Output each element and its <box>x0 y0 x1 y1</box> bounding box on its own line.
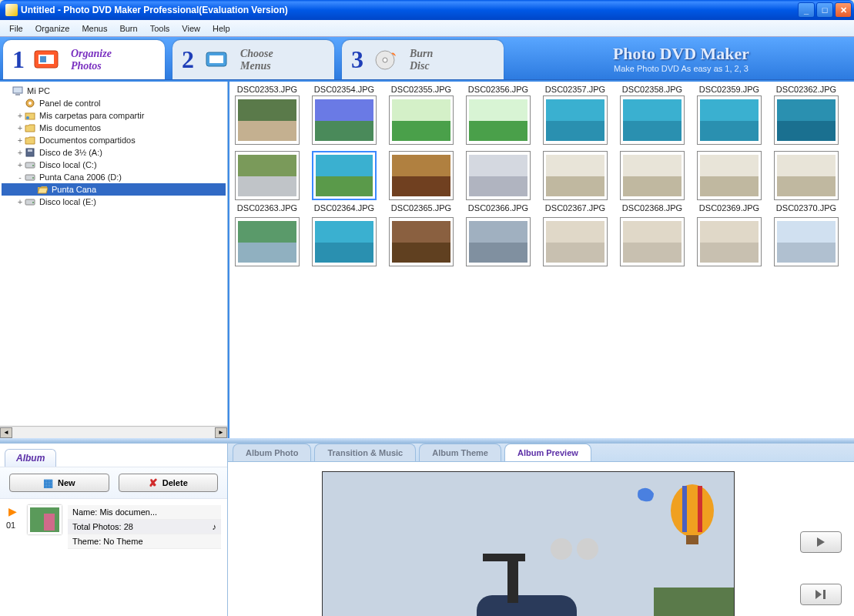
thumbnail[interactable]: DSC02359.JPG <box>693 85 765 148</box>
thumbnail[interactable] <box>770 217 842 270</box>
thumbnail-filename: DSC02357.JPG <box>545 85 605 94</box>
tree-toggle-icon[interactable]: + <box>15 136 25 145</box>
thumbnail-frame[interactable] <box>466 217 531 266</box>
thumbnail-frame[interactable] <box>235 217 300 266</box>
thumbnail[interactable]: DSC02363.JPG <box>231 151 303 214</box>
thumbnail-frame[interactable] <box>774 151 839 200</box>
tab-album-photo[interactable]: Album Photo <box>233 444 311 461</box>
thumbnail[interactable] <box>693 217 765 270</box>
thumbnail-frame[interactable] <box>620 151 685 200</box>
close-button[interactable]: ✕ <box>835 2 852 18</box>
thumbnail[interactable]: DSC02364.JPG <box>308 151 380 214</box>
tab-album-theme[interactable]: Album Theme <box>419 444 501 461</box>
thumbnail[interactable]: DSC02353.JPG <box>231 85 303 148</box>
svg-rect-18 <box>238 121 296 141</box>
thumbnails-pane[interactable]: DSC02353.JPGDSC02354.JPGDSC02355.JPGDSC0… <box>228 82 854 438</box>
scroll-left-icon[interactable]: ◄ <box>0 427 12 438</box>
thumbnail[interactable]: DSC02358.JPG <box>616 85 688 148</box>
menu-help[interactable]: Help <box>206 22 236 35</box>
tree-toggle-icon[interactable]: + <box>15 124 25 132</box>
thumbnail-frame[interactable] <box>620 217 685 266</box>
thumbnail[interactable] <box>616 217 688 270</box>
thumbnail-frame[interactable] <box>312 95 377 145</box>
thumbnail-frame[interactable] <box>543 95 608 145</box>
tree-toggle-icon[interactable]: - <box>15 173 25 182</box>
thumbnail[interactable]: DSC02355.JPG <box>385 85 457 148</box>
minimize-button[interactable]: _ <box>798 2 815 18</box>
thumbnail-frame[interactable] <box>235 95 300 145</box>
thumbnail[interactable]: DSC02357.JPG <box>539 85 611 148</box>
tree-toggle-icon[interactable]: + <box>15 161 25 169</box>
thumbnail[interactable]: DSC02369.JPG <box>693 151 765 214</box>
thumbnail-frame[interactable] <box>774 217 839 266</box>
thumbnail-frame[interactable] <box>543 151 608 200</box>
album-item[interactable]: ▶ 01 Name: Mis documen... Total Photos: … <box>6 505 221 549</box>
thumbnail[interactable]: DSC02354.JPG <box>308 85 380 148</box>
maximize-button[interactable]: □ <box>816 2 833 18</box>
thumbnail[interactable]: DSC02367.JPG <box>539 151 611 214</box>
thumbnail-frame[interactable] <box>312 151 377 200</box>
svg-rect-84 <box>823 590 826 599</box>
step-button[interactable] <box>800 584 842 605</box>
new-album-button[interactable]: ▦ New <box>9 474 109 492</box>
thumbnail-frame[interactable] <box>389 217 454 266</box>
tree-item[interactable]: +Mis documentos <box>2 122 226 134</box>
tree-item[interactable]: +Mis carpetas para compartir <box>2 109 226 122</box>
thumbnail[interactable]: DSC02365.JPG <box>385 151 457 214</box>
scroll-track[interactable] <box>12 427 215 438</box>
tree-toggle-icon[interactable]: + <box>15 198 25 206</box>
play-button[interactable] <box>800 531 842 553</box>
thumbnail-frame[interactable] <box>389 151 454 200</box>
menu-organize[interactable]: Organize <box>29 22 76 35</box>
thumbnail-frame[interactable] <box>235 151 300 200</box>
tree-item[interactable]: Mi PC <box>2 85 226 97</box>
thumbnail[interactable]: DSC02356.JPG <box>462 85 534 148</box>
thumbnail-frame[interactable] <box>774 95 839 145</box>
thumbnail-frame[interactable] <box>697 151 762 200</box>
menu-tools[interactable]: Tools <box>144 22 176 35</box>
tab-album-preview[interactable]: Album Preview <box>504 444 591 461</box>
folder-tree[interactable]: Mi PCPanel de control+Mis carpetas para … <box>0 82 227 426</box>
thumbnail[interactable]: DSC02370.JPG <box>770 151 842 214</box>
thumbnail[interactable] <box>231 217 303 270</box>
menu-file[interactable]: File <box>3 22 29 35</box>
thumbnail-frame[interactable] <box>466 95 531 145</box>
tree-toggle-icon[interactable]: + <box>15 112 25 120</box>
tree-item[interactable]: +Disco local (E:) <box>2 196 226 208</box>
thumbnail-frame[interactable] <box>543 217 608 266</box>
album-tab[interactable]: Album <box>5 449 56 467</box>
tree-item[interactable]: Punta Cana <box>2 183 226 196</box>
menu-view[interactable]: View <box>176 22 206 35</box>
delete-album-button[interactable]: ✘ Delete <box>119 474 219 492</box>
thumbnail-frame[interactable] <box>312 217 377 266</box>
thumbnail[interactable]: DSC02362.JPG <box>770 85 842 148</box>
thumbnail-frame[interactable] <box>389 95 454 145</box>
thumbnail[interactable]: DSC02368.JPG <box>616 151 688 214</box>
thumbnail-frame[interactable] <box>697 95 762 145</box>
tree-item[interactable]: +Disco de 3½ (A:) <box>2 146 226 159</box>
tree-item[interactable]: +Documentos compartidos <box>2 134 226 146</box>
workspace-bottom: Album ▦ New ✘ Delete ▶ 01 Name: Mis docu… <box>0 443 854 616</box>
menu-menus[interactable]: Menus <box>75 22 113 35</box>
step-tab-menus[interactable]: 2 ChooseMenus <box>172 40 334 79</box>
thumbnail[interactable] <box>462 217 534 270</box>
tree-item[interactable]: -Punta Cana 2006 (D:) <box>2 171 226 183</box>
tree-item[interactable]: Panel de control <box>2 97 226 109</box>
thumbnail[interactable] <box>539 217 611 270</box>
step-tab-burn[interactable]: 3 BurnDisc <box>342 40 504 79</box>
thumbnail-frame[interactable] <box>620 95 685 145</box>
thumbnail[interactable] <box>385 217 457 270</box>
scroll-right-icon[interactable]: ► <box>215 427 227 438</box>
svg-rect-41 <box>546 155 604 176</box>
thumbnail[interactable] <box>308 217 380 270</box>
step-tab-organize[interactable]: 1 OrganizePhotos <box>3 40 165 79</box>
thumbnail-frame[interactable] <box>697 217 762 266</box>
tree-toggle-icon[interactable]: + <box>15 149 25 157</box>
tree-item[interactable]: +Disco local (C:) <box>2 159 226 171</box>
tree-hscroll[interactable]: ◄ ► <box>0 426 227 438</box>
thumbnail[interactable]: DSC02366.JPG <box>462 151 534 214</box>
thumbnail-filename: DSC02366.JPG <box>468 203 528 213</box>
tab-transition-music[interactable]: Transition & Music <box>314 444 416 461</box>
menu-burn[interactable]: Burn <box>113 22 143 35</box>
thumbnail-frame[interactable] <box>466 151 531 200</box>
